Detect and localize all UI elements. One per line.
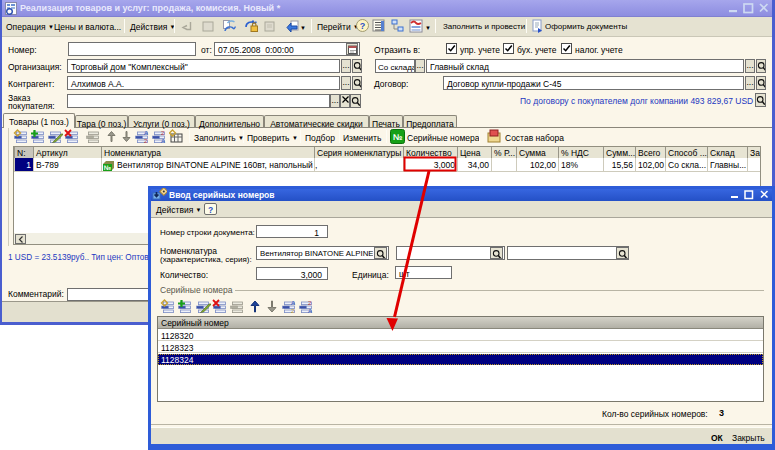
svg-text:А: А bbox=[161, 138, 165, 144]
svg-text:А: А bbox=[291, 300, 295, 306]
svg-text:А: А bbox=[308, 308, 312, 314]
svg-text:№: № bbox=[393, 132, 403, 142]
svg-text:?: ? bbox=[360, 21, 366, 31]
svg-text:А: А bbox=[144, 130, 148, 136]
svg-text:№: № bbox=[104, 164, 111, 171]
